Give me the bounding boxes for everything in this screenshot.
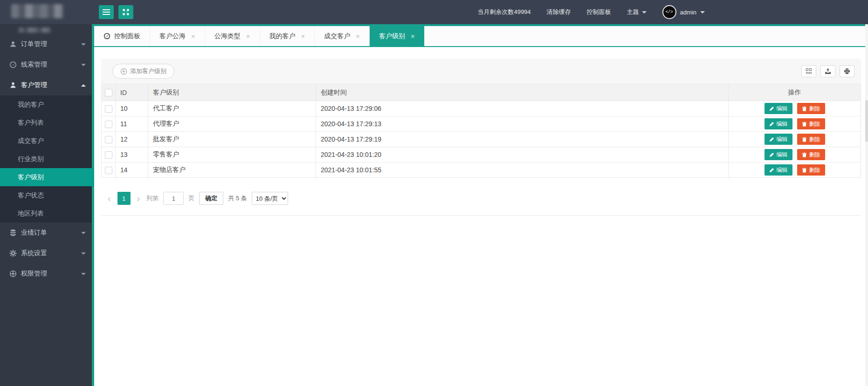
row-checkbox[interactable]	[105, 151, 112, 159]
cell-created: 2020-04-13 17:29:06	[316, 101, 729, 116]
avatar: </>	[662, 5, 676, 19]
edit-button[interactable]: 编辑	[765, 118, 792, 129]
sidebar-item-label: 业绩订单	[21, 229, 47, 237]
row-checkbox[interactable]	[105, 167, 112, 174]
sidebar-item-customer-level[interactable]: 客户级别	[0, 168, 94, 186]
sidebar-item-closed-customers[interactable]: 成交客户	[0, 132, 92, 150]
print-button[interactable]	[840, 65, 854, 77]
row-checkbox[interactable]	[105, 105, 112, 113]
edit-button[interactable]: 编辑	[765, 103, 792, 114]
sidebar-item-label: 线索管理	[21, 61, 47, 69]
user-menu[interactable]: </> admin	[662, 5, 705, 19]
confirm-page-button[interactable]: 确定	[199, 192, 223, 205]
customer-submenu: 我的客户 客户列表 成交客户 行业类别 客户级别 客户状态 地区列表	[0, 95, 92, 223]
sub-item-label: 客户状态	[18, 191, 44, 200]
tab-label: 公海类型	[214, 32, 241, 41]
page-size-select[interactable]: 10 条/页	[252, 192, 288, 205]
scrollbar-thumb[interactable]	[865, 100, 868, 142]
export-button[interactable]	[820, 65, 835, 77]
sidebar-toggle-button[interactable]	[99, 5, 114, 19]
sidebar-item-my-customers[interactable]: 我的客户	[0, 95, 92, 114]
app-logo-blurred	[11, 4, 63, 18]
trash-icon	[802, 152, 807, 157]
close-icon[interactable]: ×	[356, 33, 360, 40]
add-button-label: 添加客户级别	[130, 67, 166, 75]
delete-button[interactable]: 删除	[797, 164, 825, 176]
edit-button[interactable]: 编辑	[765, 134, 792, 145]
chevron-down-icon	[81, 273, 86, 275]
tab-closed-customers[interactable]: 成交客户 ×	[315, 26, 370, 46]
delete-button[interactable]: 删除	[797, 118, 825, 129]
vertical-scrollbar[interactable]	[865, 24, 868, 386]
row-checkbox[interactable]	[105, 136, 112, 143]
customer-icon	[9, 81, 17, 89]
sub-item-label: 我的客户	[18, 101, 44, 109]
sidebar-item-permission-mgmt[interactable]: 权限管理	[0, 264, 92, 284]
chevron-up-icon	[81, 84, 86, 87]
select-all-checkbox[interactable]	[105, 89, 112, 96]
table-row: 14 宠物店客户 2021-04-23 10:01:55 编辑 删除	[102, 163, 861, 178]
hamburger-icon	[103, 9, 110, 15]
table-row: 10 代工客户 2020-04-13 17:29:06 编辑 删除	[102, 101, 861, 116]
row-checkbox[interactable]	[105, 121, 112, 128]
theme-dropdown[interactable]: 主题	[627, 8, 647, 16]
table-header-row: ID 客户级别 创建时间 操作	[102, 84, 861, 101]
delete-button[interactable]: 删除	[797, 149, 825, 160]
pencil-icon	[769, 106, 774, 111]
tab-customer-level[interactable]: 客户级别 ×	[370, 26, 425, 46]
sidebar-item-label: 权限管理	[21, 270, 47, 278]
tab-control-panel[interactable]: 控制面板	[94, 26, 150, 46]
cell-created: 2020-04-13 17:29:13	[316, 116, 729, 132]
chevron-down-icon	[700, 11, 705, 14]
current-page-button[interactable]: 1	[117, 192, 131, 205]
cell-created: 2021-04-23 10:01:20	[316, 147, 729, 163]
sidebar-item-order-mgmt[interactable]: 订单管理	[0, 34, 92, 54]
compass-icon	[9, 61, 17, 68]
database-icon	[9, 229, 17, 237]
chevron-down-icon	[81, 64, 86, 66]
tab-label: 我的客户	[269, 32, 296, 41]
clear-cache-link[interactable]: 清除缓存	[547, 8, 571, 16]
user-icon	[9, 41, 17, 48]
sidebar-item-performance-orders[interactable]: 业绩订单	[0, 223, 92, 243]
customer-level-card: 添加客户级别	[101, 59, 861, 216]
cell-level: 批发客户	[148, 132, 316, 147]
gear-icon	[9, 250, 17, 257]
columns-filter-button[interactable]	[801, 65, 816, 77]
username-label: admin	[680, 9, 696, 16]
sidebar-item-customer-status[interactable]: 客户状态	[0, 186, 92, 204]
sidebar-item-customer-list[interactable]: 客户列表	[0, 114, 92, 132]
next-page-button[interactable]: ›	[135, 194, 142, 203]
fullscreen-button[interactable]	[118, 5, 133, 19]
edit-button[interactable]: 编辑	[765, 149, 792, 160]
sidebar-item-system-settings[interactable]: 系统设置	[0, 243, 92, 264]
close-icon[interactable]: ×	[191, 33, 195, 40]
sidebar-item-customer-mgmt[interactable]: 客户管理	[0, 75, 92, 95]
prev-page-button[interactable]: ‹	[106, 194, 113, 203]
sidebar-item-region-list[interactable]: 地区列表	[0, 204, 92, 223]
remaining-count-label: 当月剩余次数49994	[477, 8, 530, 16]
add-customer-level-button[interactable]: 添加客户级别	[112, 64, 174, 79]
delete-button[interactable]: 删除	[797, 103, 825, 114]
cell-id: 10	[116, 101, 148, 116]
edit-button[interactable]: 编辑	[765, 164, 792, 176]
page-number-input[interactable]	[163, 192, 184, 205]
wheel-icon	[9, 270, 17, 278]
tab-my-customers[interactable]: 我的客户 ×	[260, 26, 315, 46]
sidebar-item-industry-category[interactable]: 行业类别	[0, 150, 92, 168]
close-icon[interactable]: ×	[246, 33, 250, 40]
tab-customer-pool[interactable]: 客户公海 ×	[150, 26, 205, 46]
control-panel-link[interactable]: 控制面板	[587, 8, 611, 16]
delete-button[interactable]: 删除	[797, 134, 825, 145]
tab-pool-type[interactable]: 公海类型 ×	[205, 26, 260, 46]
sidebar-user-blurred	[19, 27, 50, 33]
close-icon[interactable]: ×	[301, 33, 305, 40]
table-row: 12 批发客户 2020-04-13 17:29:19 编辑 删除	[102, 132, 861, 147]
chevron-down-icon	[81, 252, 86, 255]
columns-grid-icon	[806, 68, 812, 74]
sidebar-item-lead-mgmt[interactable]: 线索管理	[0, 54, 92, 75]
trash-icon	[802, 168, 807, 173]
total-count-label: 共 5 条	[228, 194, 247, 203]
close-icon[interactable]: ×	[411, 33, 415, 40]
export-icon	[825, 68, 831, 74]
